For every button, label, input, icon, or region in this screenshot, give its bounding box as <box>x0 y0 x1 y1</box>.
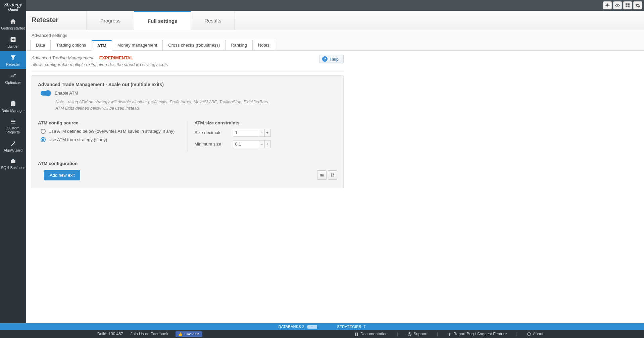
databanks-label: DATABANKS 2 <box>278 325 304 329</box>
nav-sq4business[interactable]: SQ 4 Business <box>0 155 26 172</box>
open-folder-button[interactable] <box>317 170 327 180</box>
minimum-size-label: Minimum size <box>195 142 228 147</box>
save-button[interactable] <box>328 170 337 180</box>
chevron-up-icon[interactable]: ⌃ <box>307 325 317 329</box>
build-label: Build: 130.467 <box>97 332 123 336</box>
decrement-button[interactable]: − <box>259 140 264 148</box>
databanks-bar[interactable]: DATABANKS 2 ⌃ STRATEGIES: 7 <box>0 323 644 330</box>
lifebuoy-icon <box>407 332 412 336</box>
nav-label: Getting started <box>1 26 25 30</box>
stack-icon <box>10 119 16 125</box>
grid-icon <box>625 3 630 8</box>
minimum-size-input[interactable] <box>233 140 259 148</box>
home-icon <box>9 18 17 25</box>
folder-icon <box>319 173 325 177</box>
radio-use-from-strategy[interactable]: Use ATM from strategy (if any) <box>41 137 181 142</box>
book-icon <box>354 332 359 336</box>
gear-icon-button[interactable] <box>633 1 642 9</box>
bug-icon-button[interactable] <box>603 1 612 9</box>
svg-rect-3 <box>11 121 15 122</box>
nav-algowizard[interactable]: AlgoWizard <box>0 137 26 155</box>
radio-use-defined-below[interactable]: Use ATM defined below (overwrites ATM sa… <box>41 129 181 134</box>
decrement-button[interactable]: − <box>259 129 264 136</box>
main-tab-results[interactable]: Results <box>191 11 235 30</box>
bug-icon <box>605 3 610 8</box>
increment-button[interactable]: + <box>264 129 270 136</box>
subtab-money-management[interactable]: Money management <box>112 40 163 50</box>
main-tab-full-settings[interactable]: Full settings <box>134 11 191 30</box>
nav-label: Custom Projects <box>6 126 20 134</box>
svg-point-13 <box>408 332 411 336</box>
radio-icon <box>41 137 46 142</box>
svg-rect-9 <box>626 6 627 7</box>
atm-panel: Advanced Trade Management - Scale out (m… <box>32 75 344 188</box>
code-icon-button[interactable] <box>613 1 622 9</box>
nav-label: Builder <box>7 44 19 48</box>
size-decimals-label: Size decimals <box>195 130 228 135</box>
atm-note: Note - using ATM on strategy will disabl… <box>55 99 270 112</box>
nav-data-manager[interactable]: Data Manager <box>0 97 26 115</box>
size-decimals-spinner: − + <box>233 129 270 137</box>
increment-button[interactable]: + <box>264 140 270 148</box>
svg-rect-2 <box>11 120 15 120</box>
size-decimals-input[interactable] <box>233 129 259 136</box>
chart-line-icon <box>9 72 17 79</box>
nav-label: AlgoWizard <box>4 148 22 152</box>
help-button[interactable]: ? Help <box>319 55 344 63</box>
subtab-ranking[interactable]: Ranking <box>225 40 253 50</box>
nav-label: Optimizer <box>5 80 21 84</box>
grid-icon-button[interactable] <box>623 1 632 9</box>
enable-atm-toggle[interactable] <box>41 91 51 96</box>
join-facebook-link[interactable]: Join Us on Facebook <box>131 332 168 336</box>
subtab-cross-checks[interactable]: Cross checks (robustness) <box>162 40 226 50</box>
wand-icon <box>10 140 16 147</box>
intro-row: Advanced Trading Management EXPERIMENTAL… <box>32 55 344 71</box>
support-link[interactable]: Support <box>407 332 428 336</box>
add-new-exit-button[interactable]: Add new exit <box>44 170 80 180</box>
nav-optimizer[interactable]: Optimizer <box>0 69 26 87</box>
nav-getting-started[interactable]: Getting started <box>0 15 26 33</box>
report-bug-link[interactable]: Report Bug / Suggest Feature <box>447 332 507 336</box>
experimental-badge: EXPERIMENTAL <box>99 55 133 60</box>
subtab-data[interactable]: Data <box>30 40 51 50</box>
help-icon: ? <box>322 56 328 62</box>
main-tab-progress[interactable]: Progress <box>87 11 134 30</box>
about-link[interactable]: About <box>527 332 543 336</box>
svg-rect-7 <box>626 3 627 5</box>
code-icon <box>615 3 620 8</box>
topbar <box>26 0 644 11</box>
subtab-notes[interactable]: Notes <box>252 40 275 50</box>
fb-like-button[interactable]: 👍 Like 3.5K <box>176 331 202 337</box>
svg-rect-11 <box>332 173 333 175</box>
bug-icon <box>447 332 452 336</box>
strategies-label: STRATEGIES: 7 <box>337 325 366 329</box>
svg-point-6 <box>606 4 609 7</box>
documentation-link[interactable]: Documentation <box>354 332 388 336</box>
subtabs: Data Trading options ATM Money managemen… <box>26 40 644 51</box>
svg-rect-5 <box>11 160 15 163</box>
constraints-heading: ATM size constraints <box>195 120 338 125</box>
radio-icon <box>41 129 46 134</box>
funnel-icon <box>10 54 16 61</box>
config-source-heading: ATM config source <box>38 120 181 125</box>
intro-title: Advanced Trading Management <box>32 55 93 60</box>
minimum-size-spinner: − + <box>233 140 270 148</box>
nav-custom-projects[interactable]: Custom Projects <box>0 115 26 137</box>
info-icon <box>527 332 531 336</box>
sidebar: Strategy Quant Getting started Builder R… <box>0 0 26 323</box>
tab-label: Results <box>204 18 221 23</box>
nav-builder[interactable]: Builder <box>0 33 26 51</box>
save-icon <box>330 173 335 177</box>
thumb-icon: 👍 <box>178 332 183 336</box>
subtab-atm[interactable]: ATM <box>92 40 112 51</box>
svg-rect-10 <box>628 6 630 7</box>
svg-point-14 <box>409 333 410 335</box>
intro-subtitle: allows configurable multiple exits, over… <box>32 62 168 67</box>
page-title: Retester <box>26 11 87 30</box>
nav-label: SQ 4 Business <box>1 166 26 170</box>
nav-retester[interactable]: Retester <box>0 51 26 69</box>
subtab-trading-options[interactable]: Trading options <box>50 40 92 50</box>
enable-atm-label: Enable ATM <box>55 91 78 96</box>
svg-point-15 <box>449 333 450 335</box>
plus-icon <box>10 36 16 43</box>
